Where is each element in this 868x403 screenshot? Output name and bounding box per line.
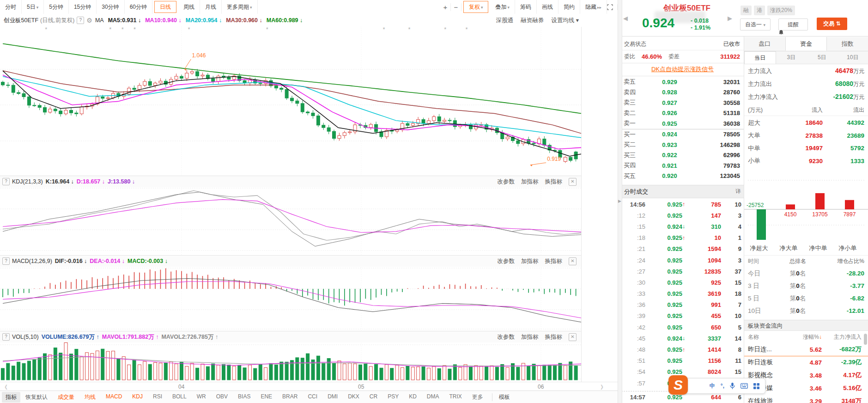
ask-row[interactable]: 卖一0.92536038 xyxy=(621,118,744,129)
zoom-in-button[interactable]: + xyxy=(440,3,451,11)
help-icon[interactable]: ? xyxy=(2,257,10,265)
tab-资金[interactable]: 资金 xyxy=(785,37,827,51)
help-icon[interactable]: ? xyxy=(2,333,10,341)
action-改参数[interactable]: 改参数 xyxy=(498,176,515,187)
period-tab-分时[interactable]: 分时 xyxy=(0,0,22,14)
action-加指标[interactable]: 加指标 xyxy=(521,256,539,267)
close-pane-icon[interactable]: ✕ xyxy=(569,257,577,265)
indicator-chip[interactable]: 指标 xyxy=(2,392,20,403)
trade-button[interactable]: 交易 ⇅ xyxy=(817,18,847,30)
reset-defaults-button[interactable]: 恢复默认 xyxy=(20,393,53,401)
indicator-tab-KDJ[interactable]: KDJ xyxy=(127,393,148,401)
indicator-tab-ENE[interactable]: ENE xyxy=(255,393,277,401)
bid-row[interactable]: 买三0.92262996 xyxy=(621,150,744,161)
indicator-tab-RSI[interactable]: RSI xyxy=(148,393,167,401)
indicator-tab-CCI[interactable]: CCI xyxy=(303,393,322,401)
period-tab-30分钟[interactable]: 30分钟 xyxy=(97,0,124,14)
bid-row[interactable]: 买二0.923146298 xyxy=(621,140,744,150)
tool-叠加[interactable]: 叠加▾ xyxy=(490,0,515,14)
ime-punct-icon[interactable]: °, xyxy=(721,383,724,389)
scrollbar-thumb[interactable] xyxy=(864,334,867,345)
panel-splitter[interactable]: ▶ xyxy=(618,0,622,403)
indicator-tab-OBV[interactable]: OBV xyxy=(211,393,233,401)
tool-隐藏[interactable]: 隐藏▸▸ xyxy=(580,0,607,14)
indicator-tab-均线[interactable]: 均线 xyxy=(79,393,101,401)
bid-row[interactable]: 买一0.92478505 xyxy=(621,129,744,140)
tool-筹码[interactable]: 筹码 xyxy=(515,0,537,14)
sort-by-pct[interactable]: 涨幅%↓ xyxy=(788,333,822,341)
net-flow-chart: -257524150137057897 xyxy=(744,170,868,244)
fullscreen-icon[interactable] xyxy=(607,4,618,10)
action-换指标[interactable]: 换指标 xyxy=(545,176,563,187)
period-tab-15分钟[interactable]: 15分钟 xyxy=(69,0,97,14)
tab-盘口[interactable]: 盘口 xyxy=(744,37,785,51)
indicator-tab-PSY[interactable]: PSY xyxy=(382,393,404,401)
action-加指标[interactable]: 加指标 xyxy=(521,176,539,187)
indicator-tab-MACD[interactable]: MACD xyxy=(101,393,127,401)
period-tab-5日[interactable]: 5日 xyxy=(807,51,838,64)
period-tab-3日[interactable]: 3日 xyxy=(776,51,807,64)
sector-row[interactable]: 在线旅游3.293148万 xyxy=(744,395,868,403)
link-深股通[interactable]: 深股通 xyxy=(496,14,514,27)
period-tab-60分钟[interactable]: 60分钟 xyxy=(125,0,152,14)
close-pane-icon[interactable]: ✕ xyxy=(569,178,577,186)
tab-指数[interactable]: 指数 xyxy=(827,37,868,51)
ime-grid-icon[interactable] xyxy=(753,383,759,389)
indicator-tab-DMA[interactable]: DMA xyxy=(422,393,444,401)
period-tab-当日[interactable]: 当日 xyxy=(744,51,776,64)
indicator-tab-CR[interactable]: CR xyxy=(364,393,382,401)
indicator-tab-DMI[interactable]: DMI xyxy=(322,393,343,401)
period-tab-更多周期[interactable]: 更多周期▾ xyxy=(222,0,258,14)
sogou-logo-icon[interactable]: S xyxy=(668,375,688,395)
period-tab-日线[interactable]: 日线 xyxy=(154,1,176,13)
template-button[interactable]: 模板 xyxy=(492,393,516,401)
action-加指标[interactable]: 加指标 xyxy=(521,331,539,342)
collapse-handle-icon[interactable]: ▶ xyxy=(618,199,621,203)
indicator-tab-更多[interactable]: 更多 xyxy=(467,393,488,401)
bid-row[interactable]: 买五0.920123045 xyxy=(621,171,744,182)
alert-button[interactable]: 提醒 xyxy=(778,18,808,31)
action-换指标[interactable]: 换指标 xyxy=(545,331,563,342)
indicator-tab-WR[interactable]: WR xyxy=(192,393,211,401)
dk-signal-link[interactable]: DK点自动提示涨跌信号 xyxy=(651,65,714,73)
indicator-tab-成交量[interactable]: 成交量 xyxy=(53,393,79,401)
tool-画线[interactable]: 画线 xyxy=(537,0,558,14)
indicator-tab-KD[interactable]: KD xyxy=(404,393,422,401)
zoom-out-button[interactable]: − xyxy=(451,3,461,11)
indicator-tab-BRAR[interactable]: BRAR xyxy=(277,393,303,401)
ask-row[interactable]: 卖三0.92730558 xyxy=(621,98,744,108)
ime-lang[interactable]: 中 xyxy=(710,382,715,390)
indicator-tab-TRIX[interactable]: TRIX xyxy=(444,393,467,401)
action-改参数[interactable]: 改参数 xyxy=(498,256,515,267)
bid-row[interactable]: 买四0.92179783 xyxy=(621,160,744,171)
help-icon[interactable]: ? xyxy=(2,178,10,185)
indicator-tab-DKX[interactable]: DKX xyxy=(343,393,364,401)
period-tab-周线[interactable]: 周线 xyxy=(178,0,200,14)
mic-icon[interactable] xyxy=(730,383,735,390)
tool-复权[interactable]: 复权▾ xyxy=(463,1,489,13)
watchlist-button[interactable]: 自选一 ▾ xyxy=(740,18,771,31)
sector-row[interactable]: 昨日连...5.62-6822万 xyxy=(744,343,868,356)
ask-row[interactable]: 卖四0.92828760 xyxy=(621,87,744,98)
prev-stock-icon[interactable]: ◀ xyxy=(623,15,628,22)
next-stock-icon[interactable]: ▶ xyxy=(728,15,732,22)
indicator-tab-BOLL[interactable]: BOLL xyxy=(167,393,192,401)
period-tab-5分钟[interactable]: 5分钟 xyxy=(44,0,69,14)
ask-row[interactable]: 卖五0.92932031 xyxy=(621,77,744,87)
period-tab-10日[interactable]: 10日 xyxy=(838,51,868,64)
link-设置均线[interactable]: 设置均线 ▾ xyxy=(551,14,579,27)
indicator-tab-BIAS[interactable]: BIAS xyxy=(233,393,255,401)
tool-简约[interactable]: 简约 xyxy=(558,0,580,14)
close-pane-icon[interactable]: ✕ xyxy=(569,333,577,341)
action-改参数[interactable]: 改参数 xyxy=(498,331,515,342)
period-tab-月线[interactable]: 月线 xyxy=(200,0,222,14)
tick-detail-link[interactable]: 详 xyxy=(735,188,741,195)
help-icon[interactable]: ? xyxy=(77,17,84,24)
ask-row[interactable]: 卖二0.92651318 xyxy=(621,108,744,119)
sector-row[interactable]: 昨日连板4.87-2.39亿 xyxy=(744,356,868,369)
link-融资融券[interactable]: 融资融券 xyxy=(521,14,544,27)
action-换指标[interactable]: 换指标 xyxy=(545,256,563,267)
period-tab-5日[interactable]: 5日▾ xyxy=(22,0,44,14)
keyboard-icon[interactable] xyxy=(741,383,748,389)
gear-icon[interactable]: ⚙ xyxy=(86,14,92,27)
